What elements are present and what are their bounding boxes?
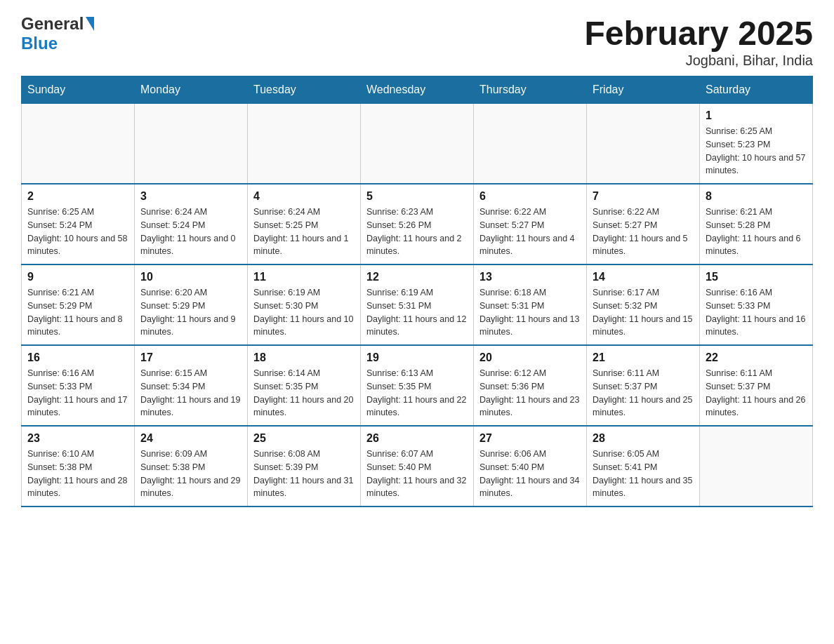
- day-info: Sunrise: 6:24 AMSunset: 5:24 PMDaylight:…: [140, 206, 241, 258]
- calendar-cell: 2Sunrise: 6:25 AMSunset: 5:24 PMDaylight…: [22, 184, 135, 264]
- day-number: 5: [366, 190, 468, 203]
- calendar-cell: [700, 426, 813, 507]
- day-info: Sunrise: 6:19 AMSunset: 5:30 PMDaylight:…: [253, 286, 355, 339]
- calendar-body: 1Sunrise: 6:25 AMSunset: 5:23 PMDaylight…: [22, 104, 813, 507]
- logo: General Blue: [21, 14, 94, 53]
- header-day: Saturday: [700, 76, 813, 104]
- day-info: Sunrise: 6:21 AMSunset: 5:29 PMDaylight:…: [27, 286, 128, 339]
- calendar-cell: 7Sunrise: 6:22 AMSunset: 5:27 PMDaylight…: [587, 184, 700, 264]
- header-day: Thursday: [474, 76, 587, 104]
- day-info: Sunrise: 6:13 AMSunset: 5:35 PMDaylight:…: [366, 367, 468, 420]
- day-number: 4: [253, 190, 355, 203]
- calendar-cell: 20Sunrise: 6:12 AMSunset: 5:36 PMDayligh…: [474, 345, 587, 426]
- page-header: General Blue February 2025 Jogbani, Biha…: [21, 14, 813, 69]
- calendar-week-row: 2Sunrise: 6:25 AMSunset: 5:24 PMDaylight…: [22, 184, 813, 264]
- day-number: 21: [593, 351, 694, 364]
- day-number: 16: [27, 351, 128, 364]
- day-number: 12: [366, 271, 468, 283]
- page-subtitle: Jogbani, Bihar, India: [584, 53, 813, 69]
- day-number: 13: [479, 271, 581, 283]
- day-number: 11: [253, 271, 355, 283]
- calendar-cell: 9Sunrise: 6:21 AMSunset: 5:29 PMDaylight…: [22, 264, 135, 345]
- day-number: 3: [140, 190, 241, 203]
- day-number: 28: [593, 432, 694, 445]
- day-number: 10: [140, 271, 241, 283]
- calendar-cell: 3Sunrise: 6:24 AMSunset: 5:24 PMDaylight…: [135, 184, 248, 264]
- calendar-cell: 19Sunrise: 6:13 AMSunset: 5:35 PMDayligh…: [361, 345, 474, 426]
- logo-arrow-icon: [86, 17, 94, 31]
- header-day: Friday: [587, 76, 700, 104]
- day-number: 15: [706, 271, 807, 283]
- day-number: 8: [706, 190, 807, 203]
- calendar-cell: 6Sunrise: 6:22 AMSunset: 5:27 PMDaylight…: [474, 184, 587, 264]
- calendar-cell: [474, 104, 587, 185]
- title-block: February 2025 Jogbani, Bihar, India: [584, 14, 813, 69]
- calendar-cell: 10Sunrise: 6:20 AMSunset: 5:29 PMDayligh…: [135, 264, 248, 345]
- calendar-cell: 24Sunrise: 6:09 AMSunset: 5:38 PMDayligh…: [135, 426, 248, 507]
- day-info: Sunrise: 6:08 AMSunset: 5:39 PMDaylight:…: [253, 448, 355, 500]
- day-number: 17: [140, 351, 241, 364]
- day-info: Sunrise: 6:09 AMSunset: 5:38 PMDaylight:…: [140, 448, 241, 500]
- day-number: 23: [27, 432, 128, 445]
- day-info: Sunrise: 6:20 AMSunset: 5:29 PMDaylight:…: [140, 286, 241, 339]
- calendar-cell: 12Sunrise: 6:19 AMSunset: 5:31 PMDayligh…: [361, 264, 474, 345]
- day-info: Sunrise: 6:15 AMSunset: 5:34 PMDaylight:…: [140, 367, 241, 420]
- calendar-cell: 5Sunrise: 6:23 AMSunset: 5:26 PMDaylight…: [361, 184, 474, 264]
- logo-blue-text: Blue: [21, 34, 58, 53]
- calendar-cell: 11Sunrise: 6:19 AMSunset: 5:30 PMDayligh…: [248, 264, 361, 345]
- day-number: 22: [706, 351, 807, 364]
- day-number: 27: [479, 432, 581, 445]
- day-info: Sunrise: 6:12 AMSunset: 5:36 PMDaylight:…: [479, 367, 581, 420]
- day-info: Sunrise: 6:19 AMSunset: 5:31 PMDaylight:…: [366, 286, 468, 339]
- page-title: February 2025: [584, 14, 813, 53]
- day-info: Sunrise: 6:23 AMSunset: 5:26 PMDaylight:…: [366, 206, 468, 258]
- day-number: 24: [140, 432, 241, 445]
- day-number: 1: [706, 109, 807, 122]
- day-info: Sunrise: 6:18 AMSunset: 5:31 PMDaylight:…: [479, 286, 581, 339]
- day-number: 18: [253, 351, 355, 364]
- day-info: Sunrise: 6:17 AMSunset: 5:32 PMDaylight:…: [593, 286, 694, 339]
- day-info: Sunrise: 6:25 AMSunset: 5:24 PMDaylight:…: [27, 206, 128, 258]
- calendar-cell: [135, 104, 248, 185]
- calendar-week-row: 16Sunrise: 6:16 AMSunset: 5:33 PMDayligh…: [22, 345, 813, 426]
- calendar-cell: [248, 104, 361, 185]
- day-info: Sunrise: 6:07 AMSunset: 5:40 PMDaylight:…: [366, 448, 468, 500]
- day-info: Sunrise: 6:24 AMSunset: 5:25 PMDaylight:…: [253, 206, 355, 258]
- calendar-cell: [361, 104, 474, 185]
- calendar-cell: 16Sunrise: 6:16 AMSunset: 5:33 PMDayligh…: [22, 345, 135, 426]
- day-number: 2: [27, 190, 128, 203]
- calendar-week-row: 23Sunrise: 6:10 AMSunset: 5:38 PMDayligh…: [22, 426, 813, 507]
- day-number: 26: [366, 432, 468, 445]
- calendar-table: SundayMondayTuesdayWednesdayThursdayFrid…: [21, 76, 813, 507]
- day-number: 9: [27, 271, 128, 283]
- day-info: Sunrise: 6:06 AMSunset: 5:40 PMDaylight:…: [479, 448, 581, 500]
- calendar-cell: 4Sunrise: 6:24 AMSunset: 5:25 PMDaylight…: [248, 184, 361, 264]
- day-number: 14: [593, 271, 694, 283]
- day-info: Sunrise: 6:25 AMSunset: 5:23 PMDaylight:…: [706, 125, 807, 177]
- calendar-cell: [22, 104, 135, 185]
- calendar-week-row: 9Sunrise: 6:21 AMSunset: 5:29 PMDaylight…: [22, 264, 813, 345]
- day-number: 6: [479, 190, 581, 203]
- day-info: Sunrise: 6:16 AMSunset: 5:33 PMDaylight:…: [706, 286, 807, 339]
- day-info: Sunrise: 6:21 AMSunset: 5:28 PMDaylight:…: [706, 206, 807, 258]
- calendar-week-row: 1Sunrise: 6:25 AMSunset: 5:23 PMDaylight…: [22, 104, 813, 185]
- calendar-cell: 1Sunrise: 6:25 AMSunset: 5:23 PMDaylight…: [700, 104, 813, 185]
- header-day: Sunday: [22, 76, 135, 104]
- header-day: Monday: [135, 76, 248, 104]
- calendar-cell: [587, 104, 700, 185]
- calendar-cell: 14Sunrise: 6:17 AMSunset: 5:32 PMDayligh…: [587, 264, 700, 345]
- logo-general-text: General: [21, 14, 84, 34]
- header-row: SundayMondayTuesdayWednesdayThursdayFrid…: [22, 76, 813, 104]
- calendar-cell: 21Sunrise: 6:11 AMSunset: 5:37 PMDayligh…: [587, 345, 700, 426]
- calendar-cell: 25Sunrise: 6:08 AMSunset: 5:39 PMDayligh…: [248, 426, 361, 507]
- day-info: Sunrise: 6:11 AMSunset: 5:37 PMDaylight:…: [706, 367, 807, 420]
- calendar-cell: 13Sunrise: 6:18 AMSunset: 5:31 PMDayligh…: [474, 264, 587, 345]
- day-info: Sunrise: 6:05 AMSunset: 5:41 PMDaylight:…: [593, 448, 694, 500]
- header-day: Wednesday: [361, 76, 474, 104]
- calendar-cell: 8Sunrise: 6:21 AMSunset: 5:28 PMDaylight…: [700, 184, 813, 264]
- day-number: 19: [366, 351, 468, 364]
- day-info: Sunrise: 6:10 AMSunset: 5:38 PMDaylight:…: [27, 448, 128, 500]
- calendar-cell: 27Sunrise: 6:06 AMSunset: 5:40 PMDayligh…: [474, 426, 587, 507]
- day-info: Sunrise: 6:22 AMSunset: 5:27 PMDaylight:…: [479, 206, 581, 258]
- calendar-cell: 15Sunrise: 6:16 AMSunset: 5:33 PMDayligh…: [700, 264, 813, 345]
